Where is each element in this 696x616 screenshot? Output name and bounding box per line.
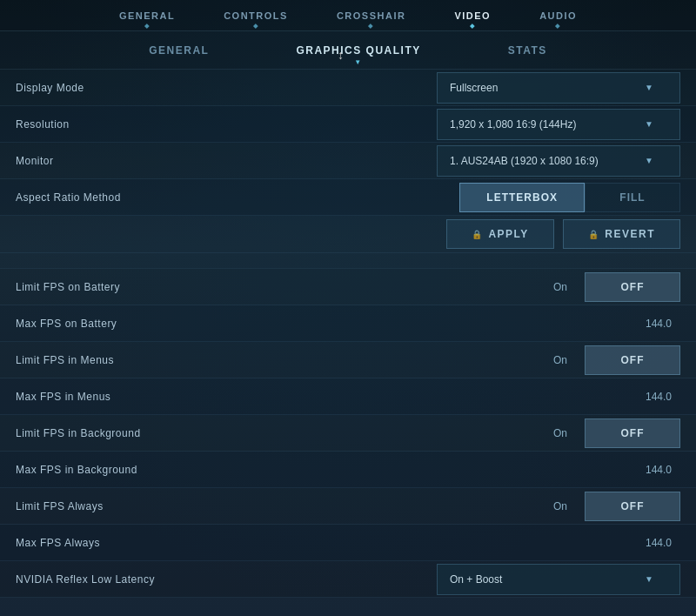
resolution-control: 1,920 x 1,080 16:9 (144Hz) ▼ [346, 109, 680, 140]
sub-tab-graphics[interactable]: GRAPHICS QUALITY [252, 31, 464, 70]
max-fps-always-row: Max FPS Always 144.0 [0, 525, 696, 561]
aspect-ratio-label: Aspect Ratio Method [16, 191, 346, 204]
letterbox-button[interactable]: Letterbox [459, 183, 585, 212]
max-fps-bg-label: Max FPS in Background [16, 464, 346, 476]
aspect-ratio-control: Letterbox Fill [346, 183, 680, 212]
fps-always-toggle: Off [585, 492, 680, 521]
limit-fps-always-row: Limit FPS Always On Off [0, 488, 696, 525]
monitor-dropdown[interactable]: 1. AUS24AB (1920 x 1080 16:9) ▼ [437, 145, 680, 177]
dropdown-arrow-icon: ▼ [645, 83, 653, 92]
aspect-ratio-row: Aspect Ratio Method Letterbox Fill [0, 179, 696, 216]
max-fps-bg-control: 144.0 [346, 464, 680, 476]
resolution-label: Resolution [16, 118, 346, 131]
nvidia-reflex-label: NVIDIA Reflex Low Latency [16, 573, 346, 586]
dropdown-arrow-icon: ▼ [645, 119, 653, 129]
limit-fps-bg-control: On Off [346, 418, 680, 448]
limit-fps-menus-row: Limit FPS in Menus On Off [0, 342, 696, 378]
fps-battery-toggle: Off [585, 272, 680, 302]
max-fps-battery-row: Max FPS on Battery 144.0 [0, 305, 696, 342]
max-fps-battery-control: 144.0 [346, 318, 680, 330]
max-fps-menus-control: 144.0 [346, 391, 680, 403]
limit-fps-always-control: On Off [346, 492, 680, 521]
tab-audio[interactable]: AUDIO [515, 0, 601, 31]
display-mode-label: Display Mode [16, 82, 346, 94]
on-label-menus: On [553, 354, 567, 366]
limit-fps-bg-row: Limit FPS in Background On Off [0, 415, 696, 452]
fps-battery-off-button[interactable]: Off [585, 272, 680, 302]
on-label-battery: On [553, 281, 567, 293]
lock-icon: 🔒 [472, 230, 484, 239]
tab-general[interactable]: GENERAL [95, 0, 199, 31]
fps-bg-off-button[interactable]: Off [585, 418, 680, 448]
max-fps-battery-label: Max FPS on Battery [16, 318, 346, 330]
monitor-row: Monitor 1. AUS24AB (1920 x 1080 16:9) ▼ [0, 143, 696, 179]
resolution-row: Resolution 1,920 x 1,080 16:9 (144Hz) ▼ [0, 106, 696, 143]
limit-fps-battery-row: Limit FPS on Battery On Off [0, 269, 696, 305]
limit-fps-battery-control: On Off [346, 272, 680, 302]
display-mode-dropdown[interactable]: Fullscreen ▼ [437, 72, 680, 104]
fill-button[interactable]: Fill [585, 183, 680, 212]
max-fps-battery-value: 144.0 [646, 318, 672, 330]
limit-fps-always-label: Limit FPS Always [16, 500, 346, 512]
tab-controls[interactable]: CONTROLS [199, 0, 312, 31]
max-fps-always-control: 144.0 [346, 537, 680, 549]
aspect-ratio-toggle-group: Letterbox Fill [459, 183, 680, 212]
apply-button[interactable]: 🔒 APPLY [446, 219, 554, 249]
max-fps-bg-value: 144.0 [646, 464, 672, 476]
dropdown-arrow-icon: ▼ [645, 156, 653, 165]
tab-crosshair[interactable]: CROSSHAIR [312, 0, 431, 31]
revert-button[interactable]: 🔒 REVERT [563, 219, 680, 249]
display-mode-row: Display Mode Fullscreen ▼ [0, 70, 696, 106]
max-fps-always-label: Max FPS Always [16, 537, 346, 549]
on-label-always: On [553, 500, 567, 512]
on-label-bg: On [553, 427, 567, 439]
limit-fps-menus-control: On Off [346, 345, 680, 375]
sub-nav: GENERAL GRAPHICS QUALITY STATS ↕ [0, 31, 696, 70]
apply-revert-row: 🔒 APPLY 🔒 REVERT [0, 216, 696, 253]
nvidia-reflex-control: On + Boost ▼ [346, 564, 680, 595]
nvidia-reflex-dropdown[interactable]: On + Boost ▼ [437, 564, 680, 595]
sub-tab-general[interactable]: GENERAL [105, 31, 252, 70]
dropdown-arrow-icon: ▼ [645, 574, 653, 584]
max-fps-bg-row: Max FPS in Background 144.0 [0, 452, 696, 488]
nvidia-reflex-row: NVIDIA Reflex Low Latency On + Boost ▼ [0, 561, 696, 598]
display-mode-control: Fullscreen ▼ [346, 72, 680, 104]
max-fps-always-value: 144.0 [646, 537, 672, 549]
fps-menus-toggle: Off [585, 345, 680, 375]
max-fps-menus-row: Max FPS in Menus 144.0 [0, 378, 696, 415]
top-nav: GENERAL CONTROLS CROSSHAIR VIDEO AUDIO [0, 0, 696, 31]
sub-tab-stats[interactable]: STATS [465, 31, 591, 70]
fps-always-off-button[interactable]: Off [585, 492, 680, 521]
monitor-label: Monitor [16, 155, 346, 167]
limit-fps-bg-label: Limit FPS in Background [16, 427, 346, 439]
section-spacer [0, 253, 696, 269]
monitor-control: 1. AUS24AB (1920 x 1080 16:9) ▼ [346, 145, 680, 177]
fps-menus-off-button[interactable]: Off [585, 345, 680, 375]
page-wrapper: GENERAL CONTROLS CROSSHAIR VIDEO AUDIO G… [0, 0, 696, 616]
limit-fps-menus-label: Limit FPS in Menus [16, 354, 346, 366]
limit-fps-battery-label: Limit FPS on Battery [16, 281, 346, 293]
content-area: Display Mode Fullscreen ▼ Resolution 1,9… [0, 70, 696, 616]
resolution-dropdown[interactable]: 1,920 x 1,080 16:9 (144Hz) ▼ [437, 109, 680, 140]
max-fps-menus-label: Max FPS in Menus [16, 391, 346, 403]
tab-video[interactable]: VIDEO [430, 0, 515, 31]
lock-icon: 🔒 [588, 230, 600, 239]
max-fps-menus-value: 144.0 [646, 391, 672, 403]
fps-bg-toggle: Off [585, 418, 680, 448]
